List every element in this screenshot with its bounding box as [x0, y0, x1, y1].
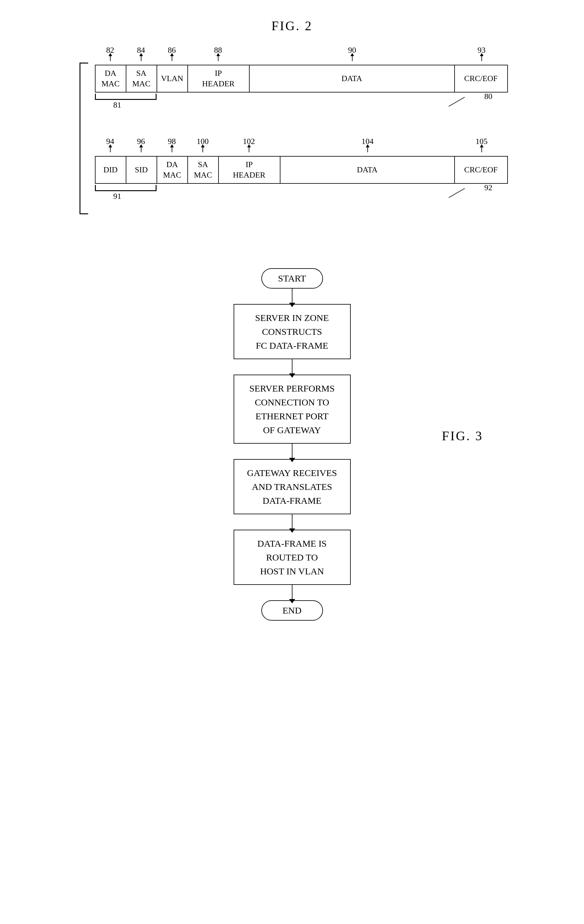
cell-data-2: DATA — [280, 157, 455, 183]
cell-sa-mac: SAMAC — [127, 65, 157, 92]
label-100: 100 — [188, 137, 218, 152]
fig3-title: FIG. 3 — [442, 429, 483, 443]
cell-da-mac-2: DAMAC — [157, 157, 188, 183]
cell-ip-header-2: IPHEADER — [219, 157, 280, 183]
label-88: 88 — [188, 46, 249, 61]
cell-sa-mac-2: SAMAC — [188, 157, 219, 183]
label-94: 94 — [95, 137, 126, 152]
cell-ip-header: IPHEADER — [188, 65, 250, 92]
label-105: 105 — [456, 137, 508, 152]
flow-arrow-5 — [292, 585, 293, 600]
packet-row-2: 94 96 98 100 — [95, 137, 508, 206]
label-96: 96 — [126, 137, 156, 152]
label-90: 90 — [249, 46, 456, 61]
label-102: 102 — [218, 137, 280, 152]
packet-diagram: 82 84 86 88 — [76, 46, 508, 231]
label-84: 84 — [126, 46, 156, 61]
label-82: 82 — [95, 46, 126, 61]
cell-did: DID — [95, 157, 127, 183]
cell-crc-eof: CRC/EOF — [455, 65, 507, 92]
label-98: 98 — [156, 137, 188, 152]
step1-box: SERVER IN ZONE CONSTRUCTS FC DATA-FRAME — [234, 304, 351, 359]
bracket-label-91: 91 — [114, 192, 122, 201]
flow-arrow-1 — [292, 289, 293, 304]
flow-arrow-3 — [292, 444, 293, 459]
cell-vlan: VLAN — [157, 65, 188, 92]
bracket-label-81: 81 — [114, 101, 122, 110]
flow-arrow-4 — [292, 514, 293, 530]
packet-row-1: 82 84 86 88 — [95, 46, 508, 112]
label-104: 104 — [280, 137, 456, 152]
flow-arrow-2 — [292, 359, 293, 375]
start-oval: START — [262, 268, 323, 289]
label-86: 86 — [156, 46, 188, 61]
cell-sid: SID — [127, 157, 157, 183]
cell-da-mac: DAMAC — [95, 65, 127, 92]
flowchart-section: FIG. 3 START SERVER IN ZONE CONSTRUCTS F… — [76, 268, 508, 620]
cell-crc-eof-2: CRC/EOF — [455, 157, 507, 183]
packet-frame-1: DAMAC SAMAC VLAN IPHEADER DATA CRC/EOF — [95, 65, 508, 92]
packet2-label: 92 — [484, 183, 492, 192]
cell-data: DATA — [250, 65, 455, 92]
outer-bracket — [79, 63, 88, 214]
step2-box: SERVER PERFORMS CONNECTION TO ETHERNET P… — [234, 375, 351, 444]
step4-box: DATA-FRAME IS ROUTED TO HOST IN VLAN — [234, 530, 351, 585]
packet1-label: 80 — [484, 92, 492, 101]
packet-frame-2: DID SID DAMAC SAMAC IPHEADER DATA CRC/EO… — [95, 156, 508, 184]
fig2-title: FIG. 2 — [271, 18, 313, 33]
step3-box: GATEWAY RECEIVES AND TRANSLATES DATA-FRA… — [234, 459, 351, 514]
label-93: 93 — [456, 46, 508, 61]
